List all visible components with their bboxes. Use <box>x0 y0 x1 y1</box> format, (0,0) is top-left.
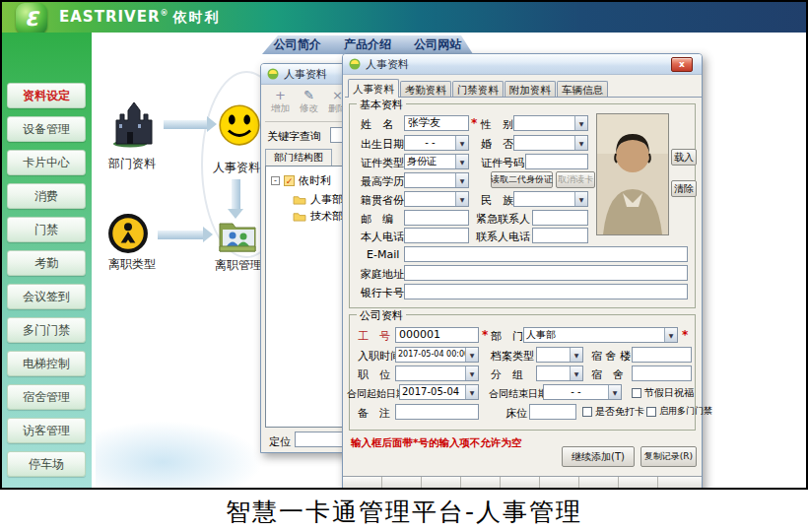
checkbox-icon[interactable] <box>646 407 656 417</box>
leave-management-icon[interactable] <box>218 218 257 253</box>
dropdown-arrow-icon[interactable]: ▼ <box>570 348 582 362</box>
form-window-titlebar[interactable]: 人事资料 <box>343 54 702 75</box>
read-id-card-button[interactable]: 读取二代身份证 <box>491 171 553 188</box>
department-select[interactable]: 人事部▼ <box>523 327 678 343</box>
edit-button[interactable]: ✎ 修改 <box>296 89 322 115</box>
required-asterisk: * <box>471 116 477 130</box>
tab-attendance[interactable]: 考勤资料 <box>400 81 451 97</box>
nation-select[interactable]: ▼ <box>513 191 588 207</box>
bank-card-input[interactable] <box>404 284 688 299</box>
name-input[interactable]: 张学友 <box>404 115 469 131</box>
record-navigator[interactable] <box>343 476 702 490</box>
tab-vehicle[interactable]: 车辆信息 <box>557 81 608 97</box>
emergency-contact-input[interactable] <box>532 210 588 226</box>
dropdown-arrow-icon[interactable]: ▼ <box>574 116 587 130</box>
tree-root-row[interactable]: - ✓ 依时利 <box>271 173 331 188</box>
tab-access[interactable]: 门禁资料 <box>452 81 504 97</box>
no-punch-checkbox[interactable]: 是否免打卡 <box>582 405 644 419</box>
sidebar-item-data-settings[interactable]: 资料设定 <box>7 83 86 108</box>
tree-item-hr-dept[interactable]: 人事部 <box>293 192 343 207</box>
department-data-icon[interactable] <box>106 95 154 148</box>
dropdown-arrow-icon[interactable]: ▼ <box>455 136 468 150</box>
tree-item-tech-dept[interactable]: 技术部 <box>293 209 343 224</box>
nav-product-intro[interactable]: 产品介绍 <box>344 36 391 53</box>
contract-start-select[interactable]: 2017-05-04▼ <box>399 384 479 400</box>
sidebar-item-elevator-control[interactable]: 电梯控制 <box>7 351 86 376</box>
dropdown-arrow-icon[interactable]: ▼ <box>465 385 478 399</box>
zip-input[interactable] <box>404 210 469 226</box>
dorm-input[interactable] <box>632 366 692 381</box>
close-button[interactable]: x <box>671 57 693 72</box>
married-select[interactable]: ▼ <box>513 135 588 151</box>
add-button[interactable]: + 增加 <box>267 89 294 115</box>
dropdown-arrow-icon[interactable]: ▼ <box>608 385 621 399</box>
employee-no-input[interactable]: 000001 <box>395 327 479 343</box>
nav-company-website[interactable]: 公司网站 <box>414 36 461 53</box>
hire-date-select[interactable]: 2017-05-04 00:00:00▼ <box>395 347 479 363</box>
sidebar-item-visitor-management[interactable]: 访客管理 <box>7 418 86 443</box>
background-tint <box>96 421 263 490</box>
dropdown-arrow-icon[interactable]: ▼ <box>455 192 468 206</box>
load-photo-button[interactable]: 载入 <box>671 149 697 166</box>
dropdown-arrow-icon[interactable]: ▼ <box>570 366 582 380</box>
id-number-input[interactable] <box>525 154 588 169</box>
remark-input[interactable] <box>395 404 479 420</box>
folder-icon <box>293 194 306 205</box>
group-select[interactable]: ▼ <box>536 366 583 381</box>
gender-select[interactable]: ▼ <box>513 115 588 131</box>
multi-door-checkbox[interactable]: 启用多门门禁 <box>646 405 712 418</box>
sidebar-item-access-control[interactable]: 门禁 <box>7 217 86 242</box>
contact-phone-input[interactable] <box>532 228 588 243</box>
checkbox-icon[interactable] <box>632 388 641 398</box>
checkbox-icon[interactable] <box>582 407 592 417</box>
holiday-greeting-checkbox[interactable]: 节假日祝福 <box>632 386 694 400</box>
sidebar-item-attendance[interactable]: 考勤 <box>7 250 86 276</box>
dropdown-arrow-icon[interactable]: ▼ <box>574 136 587 150</box>
birth-date-select[interactable]: - -▼ <box>404 135 469 151</box>
contract-end-label: 合同结束日期 <box>489 387 548 401</box>
dropdown-arrow-icon[interactable]: ▼ <box>455 173 468 187</box>
dropdown-arrow-icon[interactable]: ▼ <box>574 192 587 206</box>
tree-window-title: 人事资料 <box>284 67 327 82</box>
education-select[interactable]: ▼ <box>404 172 469 188</box>
tab-personnel[interactable]: 人事资料 <box>348 79 399 98</box>
nav-company-profile[interactable]: 公司简介 <box>274 36 321 53</box>
province-select[interactable]: ▼ <box>404 191 469 207</box>
id-type-select[interactable]: 身份证▼ <box>404 154 469 169</box>
email-input[interactable] <box>404 246 688 262</box>
sidebar-item-card-center[interactable]: 卡片中心 <box>7 150 86 175</box>
id-number-label: 证件号码 <box>481 156 524 170</box>
tab-additional[interactable]: 附加资料 <box>505 81 556 97</box>
cancel-read-button[interactable]: 取消读卡 <box>556 171 595 188</box>
sidebar-item-meeting-signin[interactable]: 会议签到 <box>7 284 86 309</box>
checked-checkbox-icon[interactable]: ✓ <box>284 175 295 186</box>
dropdown-arrow-icon[interactable]: ▼ <box>465 366 478 380</box>
sidebar-item-dormitory-management[interactable]: 宿舍管理 <box>7 384 86 410</box>
dorm-building-label: 宿 舍 楼 <box>591 349 631 364</box>
arrow-person-to-leave-mgmt <box>232 179 240 209</box>
tab-department-structure[interactable]: 部门结构图 <box>265 149 332 166</box>
sidebar-item-multi-door-access[interactable]: 多门门禁 <box>7 317 86 343</box>
contract-end-select[interactable]: - -▼ <box>543 384 622 400</box>
personnel-data-label: 人事资料 <box>211 160 262 176</box>
sidebar-item-device-management[interactable]: 设备管理 <box>7 116 86 142</box>
folder-icon <box>293 211 306 222</box>
contract-start-label: 合同起始日期 <box>347 387 406 401</box>
dropdown-arrow-icon[interactable]: ▼ <box>455 155 468 168</box>
position-select[interactable]: ▼ <box>395 366 479 381</box>
dropdown-arrow-icon[interactable]: ▼ <box>664 328 677 342</box>
personnel-data-icon[interactable] <box>218 103 261 147</box>
home-address-input[interactable] <box>404 265 688 281</box>
leave-type-icon[interactable] <box>107 213 149 254</box>
bed-input[interactable] <box>529 404 576 420</box>
sidebar-item-consume[interactable]: 消费 <box>7 183 86 209</box>
dorm-building-input[interactable] <box>632 347 692 363</box>
file-type-select[interactable]: ▼ <box>536 347 583 363</box>
phone-input[interactable] <box>404 228 469 243</box>
continue-add-button[interactable]: 继续添加(T) <box>562 446 635 467</box>
sidebar-item-parking-lot[interactable]: 停车场 <box>7 451 86 477</box>
clear-photo-button[interactable]: 清除 <box>671 180 697 197</box>
expand-icon[interactable]: - <box>271 176 280 185</box>
copy-record-button[interactable]: 复制记录(R) <box>640 446 697 467</box>
dropdown-arrow-icon[interactable]: ▼ <box>465 348 478 362</box>
